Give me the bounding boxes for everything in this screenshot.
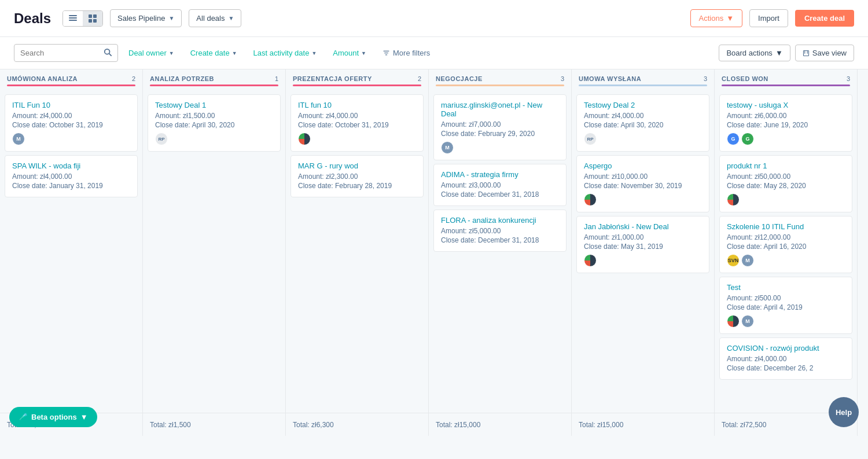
deal-close-date: Close date: April 4, 2019	[727, 303, 845, 311]
column-title: UMOWA WYSŁANA	[579, 75, 641, 82]
column-count: 1	[275, 75, 278, 82]
amount-arrow-icon: ▼	[361, 50, 366, 56]
deal-avatars: SVNM	[727, 254, 845, 267]
deal-title: ITL fun 10	[298, 101, 416, 109]
help-button[interactable]: Help	[829, 397, 859, 427]
page-title: Deals	[14, 10, 51, 27]
deal-avatars	[298, 133, 416, 145]
deal-close-date: Close date: February 28, 2019	[298, 182, 416, 190]
deal-amount: Amount: zł4,000.00	[584, 112, 702, 120]
list-view-button[interactable]	[63, 11, 83, 26]
avatar: G	[727, 133, 740, 145]
column-title: UMÓWIONA ANALIZA	[7, 75, 78, 82]
column-header-prezentacja-oferty: PREZENTACJA OFERTY 2	[286, 69, 428, 90]
deal-title: ITIL Fun 10	[12, 101, 130, 109]
column-umowiona-analiza: UMÓWIONA ANALIZA 2 ITIL Fun 10 Amount: z…	[0, 69, 143, 436]
create-date-filter[interactable]: Create date ▼	[185, 45, 243, 61]
deal-close-date: Close date: April 30, 2020	[584, 121, 702, 129]
column-cards-negocjacje: mariusz.glinski@onet.pl - New Deal Amoun…	[429, 90, 571, 413]
avatar: M	[741, 315, 754, 328]
deal-amount: Amount: zł1,500.00	[155, 112, 273, 120]
deal-card[interactable]: produkt nr 1 Amount: zł50,000.00 Close d…	[719, 155, 852, 212]
deal-card[interactable]: Test Amount: zł500.00 Close date: April …	[719, 277, 852, 334]
svg-rect-6	[93, 19, 97, 23]
avatar	[584, 254, 597, 267]
last-activity-filter[interactable]: Last activity date ▼	[248, 45, 323, 61]
deal-close-date: Close date: January 31, 2019	[12, 182, 130, 190]
deal-avatars	[584, 254, 702, 267]
deal-card[interactable]: Testowy Deal 2 Amount: zł4,000.00 Close …	[576, 94, 709, 152]
deal-title: MAR G - rury wod	[298, 161, 416, 170]
column-title: ANALIZA POTRZEB	[150, 75, 214, 82]
deal-close-date: Close date: May 28, 2020	[727, 182, 845, 190]
search-input[interactable]	[20, 49, 100, 57]
column-title: PREZENTACJA OFERTY	[293, 75, 372, 82]
filter-dropdown[interactable]: All deals ▼	[189, 9, 241, 27]
deal-amount: Amount: zł500.00	[727, 294, 845, 302]
board-actions-button[interactable]: Board actions ▼	[719, 45, 790, 61]
deal-card[interactable]: Testowy Deal 1 Amount: zł1,500.00 Close …	[148, 94, 281, 152]
svg-rect-5	[89, 19, 92, 23]
deal-card[interactable]: testowy - usługa X Amount: zł6,000.00 Cl…	[719, 94, 852, 152]
column-footer-negocjacje: Total: zł15,000	[429, 413, 571, 436]
deal-card[interactable]: Szkolenie 10 ITIL Fund Amount: zł12,000.…	[719, 216, 852, 273]
deal-amount: Amount: zł12,000.00	[727, 233, 845, 241]
actions-button[interactable]: Actions ▼	[690, 9, 743, 27]
svg-rect-1	[69, 17, 77, 19]
search-icon	[104, 48, 112, 58]
deal-card[interactable]: FLORA - analiza konkurencji Amount: zł5,…	[433, 210, 567, 252]
column-footer-analiza-potrzeb: Total: zł1,500	[143, 413, 285, 436]
filter-bar: Deal owner ▼ Create date ▼ Last activity…	[0, 37, 868, 69]
deal-amount: Amount: zł10,000.00	[584, 172, 702, 181]
view-toggle	[62, 10, 103, 27]
column-cards-closed-won: testowy - usługa X Amount: zł6,000.00 Cl…	[715, 90, 857, 413]
more-filters-button[interactable]: More filters	[377, 45, 436, 61]
deal-amount: Amount: zł50,000.00	[727, 172, 845, 181]
deal-card[interactable]: Aspergo Amount: zł10,000.00 Close date: …	[576, 155, 709, 212]
deal-card[interactable]: ADIMA - strategia firmy Amount: zł3,000.…	[433, 164, 567, 206]
avatar	[298, 133, 311, 145]
deal-card[interactable]: mariusz.glinski@onet.pl - New Deal Amoun…	[433, 94, 567, 160]
avatar: RP	[584, 133, 597, 145]
column-title: CLOSED WON	[722, 75, 768, 82]
deal-title: testowy - usługa X	[727, 101, 845, 109]
deal-close-date: Close date: February 29, 2020	[441, 130, 559, 138]
deal-amount: Amount: zł5,000.00	[441, 227, 559, 235]
deal-card[interactable]: COVISION - rozwój produkt Amount: zł4,00…	[719, 337, 852, 380]
column-count: 2	[132, 75, 135, 82]
board-view-button[interactable]	[83, 11, 102, 26]
deal-card[interactable]: Jan Jabłoński - New Deal Amount: zł1,000…	[576, 216, 709, 273]
deal-owner-filter[interactable]: Deal owner ▼	[123, 45, 180, 61]
save-view-button[interactable]: Save view	[795, 45, 854, 61]
deal-title: Aspergo	[584, 161, 702, 170]
deal-amount: Amount: zł4,000.00	[12, 112, 130, 120]
deal-close-date: Close date: December 31, 2018	[441, 236, 559, 244]
deal-card[interactable]: MAR G - rury wod Amount: zł2,300.00 Clos…	[290, 155, 424, 197]
import-button[interactable]: Import	[749, 9, 788, 27]
column-negocjacje: NEGOCJACJE 3 mariusz.glinski@onet.pl - N…	[429, 69, 572, 436]
pipeline-dropdown[interactable]: Sales Pipeline ▼	[110, 9, 182, 27]
deal-title: SPA WILK - woda fiji	[12, 161, 130, 170]
svg-rect-0	[69, 15, 77, 16]
deal-card[interactable]: ITIL Fun 10 Amount: zł4,000.00 Close dat…	[5, 94, 138, 152]
deal-close-date: Close date: October 31, 2019	[298, 121, 416, 129]
column-title: NEGOCJACJE	[436, 75, 483, 82]
beta-options-button[interactable]: 🧪 Beta options ▼	[9, 407, 97, 427]
avatar	[727, 315, 740, 328]
deal-card[interactable]: ITL fun 10 Amount: zł4,000.00 Close date…	[290, 94, 424, 152]
svg-rect-4	[93, 14, 97, 18]
create-date-arrow-icon: ▼	[232, 50, 237, 56]
deal-close-date: Close date: April 16, 2020	[727, 243, 845, 251]
create-deal-button[interactable]: Create deal	[795, 10, 854, 27]
deal-close-date: Close date: April 30, 2020	[155, 121, 273, 129]
column-cards-umowiona-analiza: ITIL Fun 10 Amount: zł4,000.00 Close dat…	[0, 90, 142, 413]
deal-card[interactable]: SPA WILK - woda fiji Amount: zł4,000.00 …	[5, 155, 138, 197]
svg-rect-3	[89, 14, 92, 18]
deal-amount: Amount: zł4,000.00	[12, 172, 130, 181]
deal-title: ADIMA - strategia firmy	[441, 170, 559, 179]
amount-filter[interactable]: Amount ▼	[327, 45, 372, 61]
deal-title: FLORA - analiza konkurencji	[441, 216, 559, 225]
column-cards-analiza-potrzeb: Testowy Deal 1 Amount: zł1,500.00 Close …	[143, 90, 285, 413]
deal-title: mariusz.glinski@onet.pl - New Deal	[441, 101, 559, 118]
deal-avatars: GG	[727, 133, 845, 145]
